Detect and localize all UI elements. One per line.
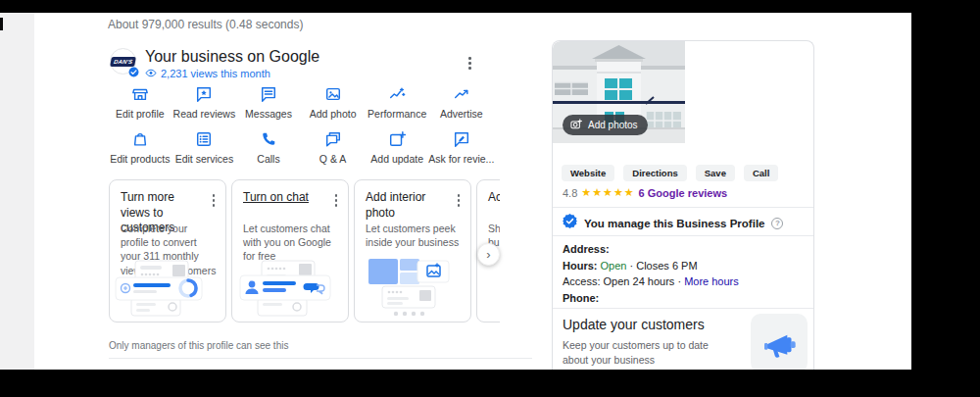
- phone-icon: [260, 130, 277, 148]
- rate-review-icon: [453, 130, 470, 148]
- action-advertise[interactable]: Advertise: [429, 85, 494, 120]
- phone-row: Phone:: [563, 290, 739, 307]
- star-rating-icons: ★★★★★: [581, 186, 634, 199]
- action-performance[interactable]: Performance: [365, 85, 429, 120]
- rail-marker: [0, 18, 3, 30]
- card-menu-button[interactable]: [211, 192, 218, 209]
- chat-illustration: [236, 259, 344, 318]
- serp-page: About 979,000 results (0.48 seconds) DAN…: [0, 13, 911, 370]
- action-messages[interactable]: Messages: [236, 85, 301, 120]
- verified-badge-icon: [128, 64, 139, 74]
- open-status: Open: [601, 260, 627, 272]
- post-add-icon: [388, 130, 406, 148]
- action-edit-profile[interactable]: Edit profile: [108, 85, 172, 120]
- question-answer-icon: [324, 130, 342, 148]
- results-stats: About 979,000 results (0.48 seconds): [108, 18, 303, 31]
- save-button[interactable]: Save: [696, 165, 735, 181]
- action-qa[interactable]: Q & A: [301, 130, 366, 165]
- action-ask-for-reviews[interactable]: Ask for revie...: [429, 130, 494, 165]
- hours-row: Hours: Open · Closes 6 PM: [563, 258, 739, 274]
- action-calls[interactable]: Calls: [236, 130, 301, 165]
- photo-icon: [324, 85, 342, 103]
- promo-card-add-interior-photo[interactable]: Add interior photo Let customers peek in…: [354, 179, 471, 323]
- business-details: Address: Hours: Open · Closes 6 PM Acces…: [563, 241, 739, 306]
- card-menu-button[interactable]: [333, 192, 340, 209]
- action-grid-row1: Edit profile Read reviews Messages Add p…: [108, 85, 494, 120]
- add-photos-button[interactable]: Add photos: [563, 115, 648, 135]
- promo-card-complete-profile[interactable]: Turn more views to customers Complete yo…: [109, 179, 226, 323]
- review-bubble-icon: [195, 85, 213, 103]
- website-button[interactable]: Website: [562, 165, 614, 181]
- promo-cards-carousel: Turn more views to customers Complete yo…: [109, 179, 500, 326]
- action-grid-row2: Edit products Edit services Calls Q & A …: [108, 130, 494, 165]
- google-reviews-link[interactable]: 6 Google reviews: [639, 187, 727, 199]
- camera-plus-icon: [570, 119, 582, 131]
- directions-button[interactable]: Directions: [623, 165, 686, 181]
- page-title: Your business on Google: [145, 48, 319, 66]
- address-row: Address:: [563, 241, 739, 258]
- action-read-reviews[interactable]: Read reviews: [172, 85, 237, 120]
- manage-profile-text: You manage this Business Profile: [584, 218, 764, 229]
- photo-grid-illustration: [359, 259, 466, 318]
- promo-card-turn-on-chat[interactable]: Turn on chat Let customers chat with you…: [231, 179, 349, 323]
- more-hours-link[interactable]: More hours: [684, 275, 739, 287]
- rating-score: 4.8: [563, 187, 577, 199]
- action-add-update[interactable]: Add update: [365, 130, 429, 165]
- update-customers-body: Keep your customers up to date about you…: [563, 338, 719, 368]
- performance-chart-icon: [388, 85, 406, 103]
- action-edit-services[interactable]: Edit services: [172, 130, 237, 165]
- access-row: Access: Open 24 hours · More hours: [563, 273, 739, 290]
- storefront-icon: [131, 85, 149, 103]
- megaphone-illustration: [751, 314, 808, 370]
- help-icon[interactable]: ?: [771, 218, 783, 229]
- knowledge-panel: Add photos Website Directions Save Call …: [552, 40, 814, 370]
- update-customers-title: Update your customers: [563, 317, 705, 332]
- knowledge-panel-actions: Website Directions Save Call: [562, 165, 778, 181]
- verified-manager-badge-icon: [563, 214, 577, 232]
- divider: [553, 207, 813, 208]
- business-menu-button[interactable]: [466, 55, 473, 72]
- call-button[interactable]: Call: [744, 165, 778, 181]
- eye-icon: [145, 68, 157, 79]
- list-icon: [195, 130, 213, 148]
- managers-only-note: Only managers of this profile can see th…: [109, 340, 288, 351]
- views-this-month[interactable]: 2,231 views this month: [145, 68, 270, 79]
- shopping-bag-icon: [131, 130, 149, 148]
- divider: [553, 235, 813, 236]
- business-cover-photo[interactable]: Add photos: [553, 41, 685, 143]
- rating-row: 4.8 ★★★★★ 6 Google reviews: [563, 186, 727, 199]
- trending-up-icon: [453, 85, 470, 103]
- manage-profile-row: You manage this Business Profile ?: [563, 214, 783, 232]
- views-text: 2,231 views this month: [161, 68, 270, 79]
- turn-on-chat-link[interactable]: Turn on chat: [243, 190, 327, 206]
- divider: [553, 308, 813, 309]
- action-add-photo[interactable]: Add photo: [301, 85, 366, 120]
- action-edit-products[interactable]: Edit products: [108, 130, 172, 165]
- chat-lines-icon: [260, 85, 277, 103]
- card-menu-button[interactable]: [456, 192, 463, 209]
- results-divider: [109, 358, 532, 359]
- carousel-next-button[interactable]: ›: [477, 243, 500, 266]
- profile-progress-illustration: [114, 259, 221, 318]
- left-rail: [0, 13, 34, 370]
